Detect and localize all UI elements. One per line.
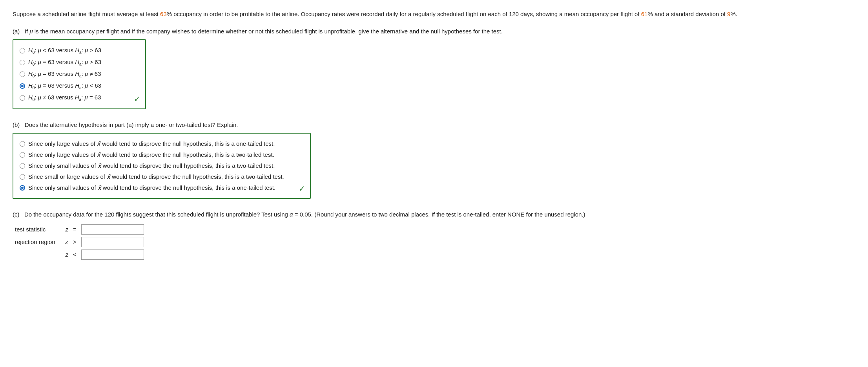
intro-text-after: % and a standard deviation of bbox=[647, 11, 727, 17]
part-b-option-1[interactable]: Since only large values of x̄ would tend… bbox=[20, 139, 304, 149]
part-b-option-4[interactable]: Since small or large values of x̄ would … bbox=[20, 172, 304, 182]
part-c-question: (c) Do the occupancy data for the 120 fl… bbox=[13, 210, 855, 219]
rejection-region-symbol-lt: z bbox=[58, 248, 71, 261]
part-a-option-2[interactable]: H0: μ = 63 versus Ha: μ > 63 bbox=[20, 57, 139, 68]
part-b-options-box: Since only large values of x̄ would tend… bbox=[13, 133, 311, 199]
rejection-region-input-lt-cell[interactable] bbox=[79, 248, 146, 261]
part-a-options-box: H0: μ < 63 versus Ha: μ > 63 H0: μ = 63 … bbox=[13, 39, 146, 109]
part-a-option-2-text: H0: μ = 63 versus Ha: μ > 63 bbox=[28, 57, 101, 68]
part-a-radio-3[interactable] bbox=[20, 72, 25, 77]
test-statistic-label: test statistic bbox=[13, 223, 58, 236]
rejection-region-row-gt: rejection region z > bbox=[13, 236, 146, 248]
part-a-option-5[interactable]: H0: μ ≠ 63 versus Ha: μ = 63 bbox=[20, 93, 139, 103]
part-b-option-2[interactable]: Since only large values of x̄ would tend… bbox=[20, 150, 304, 160]
rejection-region-label: rejection region bbox=[13, 236, 58, 248]
part-a-option-4[interactable]: H0: μ = 63 versus Ha: μ < 63 bbox=[20, 81, 139, 91]
test-statistic-input[interactable] bbox=[81, 224, 144, 235]
part-a-block: (a) If μ is the mean occupancy per fligh… bbox=[13, 27, 855, 109]
part-a-option-3[interactable]: H0: μ = 63 versus Ha: μ ≠ 63 bbox=[20, 69, 139, 79]
intro-paragraph: Suppose a scheduled airline flight must … bbox=[13, 9, 855, 19]
part-a-radio-2[interactable] bbox=[20, 60, 25, 65]
intro-mean-highlight: 61 bbox=[641, 11, 648, 17]
part-a-option-5-text: H0: μ ≠ 63 versus Ha: μ = 63 bbox=[28, 93, 101, 103]
test-statistic-operator: = bbox=[71, 223, 79, 236]
part-b-block: (b) Does the alternative hypothesis in p… bbox=[13, 120, 855, 199]
part-b-radio-5[interactable] bbox=[20, 185, 25, 191]
rejection-region-input-gt-cell[interactable] bbox=[79, 236, 146, 248]
rejection-region-input-gt[interactable] bbox=[81, 237, 144, 247]
part-b-radio-4[interactable] bbox=[20, 174, 25, 180]
part-b-option-1-text: Since only large values of x̄ would tend… bbox=[28, 139, 275, 149]
part-a-option-3-text: H0: μ = 63 versus Ha: μ ≠ 63 bbox=[28, 69, 101, 79]
part-a-checkmark: ✓ bbox=[134, 93, 140, 105]
part-a-option-1[interactable]: H0: μ < 63 versus Ha: μ > 63 bbox=[20, 46, 139, 56]
rejection-region-symbol-gt: z bbox=[58, 236, 71, 248]
part-b-option-5-text: Since only small values of x̄ would tend… bbox=[28, 183, 275, 193]
part-b-option-3-text: Since only small values of x̄ would tend… bbox=[28, 161, 275, 171]
part-a-radio-4[interactable] bbox=[20, 83, 25, 89]
intro-text-middle: % occupancy in order to be profitable to… bbox=[167, 11, 641, 17]
part-a-question-text: If μ is the mean occupancy per flight an… bbox=[25, 28, 503, 35]
part-b-radio-1[interactable] bbox=[20, 141, 25, 147]
part-c-question-text: Do the occupancy data for the 120 flight… bbox=[24, 211, 585, 218]
rejection-region-label-blank bbox=[13, 248, 58, 261]
test-statistic-row: test statistic z = bbox=[13, 223, 146, 236]
part-a-option-4-text: H0: μ = 63 versus Ha: μ < 63 bbox=[28, 81, 101, 91]
part-b-option-3[interactable]: Since only small values of x̄ would tend… bbox=[20, 161, 304, 171]
part-b-option-2-text: Since only large values of x̄ would tend… bbox=[28, 150, 274, 160]
part-a-radio-5[interactable] bbox=[20, 95, 25, 101]
intro-text-end: %. bbox=[730, 11, 737, 17]
part-a-radio-1[interactable] bbox=[20, 48, 25, 53]
test-statistic-symbol: z bbox=[58, 223, 71, 236]
test-statistic-input-cell[interactable] bbox=[79, 223, 146, 236]
intro-occupancy-highlight: 63 bbox=[160, 11, 167, 17]
rejection-region-operator-lt: < bbox=[71, 248, 79, 261]
part-b-question-text: Does the alternative hypothesis in part … bbox=[25, 121, 238, 128]
part-b-option-4-text: Since small or large values of x̄ would … bbox=[28, 172, 284, 182]
rejection-region-row-lt: z < bbox=[13, 248, 146, 261]
part-c-block: (c) Do the occupancy data for the 120 fl… bbox=[13, 210, 855, 261]
rejection-region-operator-gt: > bbox=[71, 236, 79, 248]
part-c-inputs-table: test statistic z = rejection region z > … bbox=[13, 223, 146, 261]
intro-text-before: Suppose a scheduled airline flight must … bbox=[13, 11, 160, 17]
part-b-radio-3[interactable] bbox=[20, 163, 25, 169]
part-b-question: (b) Does the alternative hypothesis in p… bbox=[13, 120, 855, 130]
part-a-question: (a) If μ is the mean occupancy per fligh… bbox=[13, 27, 855, 36]
part-a-option-1-text: H0: μ < 63 versus Ha: μ > 63 bbox=[28, 46, 101, 56]
part-b-checkmark: ✓ bbox=[299, 182, 305, 195]
part-b-radio-2[interactable] bbox=[20, 152, 25, 158]
rejection-region-input-lt[interactable] bbox=[81, 250, 144, 260]
part-b-option-5[interactable]: Since only small values of x̄ would tend… bbox=[20, 183, 304, 193]
